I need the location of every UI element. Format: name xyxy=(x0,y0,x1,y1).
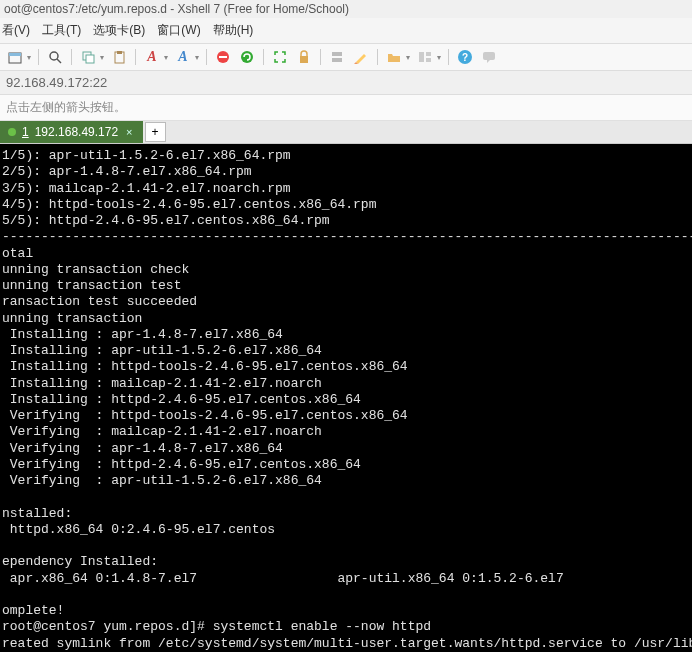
menu-window[interactable]: 窗口(W) xyxy=(157,22,200,39)
term-line: Verifying : mailcap-2.1.41-2.el7.noarch xyxy=(2,424,322,439)
term-line: otal xyxy=(2,246,33,261)
tab-add-button[interactable]: + xyxy=(145,122,166,142)
svg-line-3 xyxy=(57,59,61,63)
paste-icon[interactable] xyxy=(110,48,128,66)
svg-rect-19 xyxy=(483,52,495,60)
term-line: httpd.x86_64 0:2.4.6-95.el7.centos xyxy=(2,522,275,537)
menu-tabs[interactable]: 选项卡(B) xyxy=(93,22,145,39)
term-line: 1/5): apr-util-1.5.2-6.el7.x86_64.rpm xyxy=(2,148,291,163)
term-line: Verifying : httpd-2.4.6-95.el7.centos.x8… xyxy=(2,457,361,472)
svg-point-2 xyxy=(50,52,58,60)
svg-rect-14 xyxy=(419,52,424,62)
separator xyxy=(377,49,378,65)
separator xyxy=(206,49,207,65)
menu-bar: 看(V) 工具(T) 选项卡(B) 窗口(W) 帮助(H) xyxy=(0,18,692,44)
chat-icon[interactable] xyxy=(480,48,498,66)
color-icon[interactable]: A xyxy=(174,48,192,66)
term-line: 5/5): httpd-2.4.6-95.el7.centos.x86_64.r… xyxy=(2,213,330,228)
copy-icon[interactable] xyxy=(79,48,97,66)
address-bar[interactable]: 92.168.49.172:22 xyxy=(0,71,692,95)
tab-number: 1 xyxy=(22,125,29,139)
term-line: 4/5): httpd-tools-2.4.6-95.el7.centos.x8… xyxy=(2,197,376,212)
term-line: unning transaction xyxy=(2,311,142,326)
reconnect-icon[interactable] xyxy=(238,48,256,66)
term-line: Installing : apr-1.4.8-7.el7.x86_64 xyxy=(2,327,283,342)
term-line: root@centos7 yum.repos.d]# systemctl ena… xyxy=(2,619,431,634)
term-line: Installing : httpd-tools-2.4.6-95.el7.ce… xyxy=(2,359,408,374)
tab-bar: 1 192.168.49.172 × + xyxy=(0,121,692,144)
term-line: reated symlink from /etc/systemd/system/… xyxy=(2,636,692,651)
svg-text:?: ? xyxy=(462,52,468,63)
term-line: omplete! xyxy=(2,603,64,618)
layout-icon[interactable] xyxy=(416,48,434,66)
search-icon[interactable] xyxy=(46,48,64,66)
svg-rect-12 xyxy=(332,52,342,56)
separator xyxy=(71,49,72,65)
term-line: Installing : httpd-2.4.6-95.el7.centos.x… xyxy=(2,392,361,407)
stop-icon[interactable] xyxy=(214,48,232,66)
toolbar: ▾ ▾ A▾ A▾ ▾ ▾ ? xyxy=(0,44,692,71)
svg-point-10 xyxy=(241,51,253,63)
hint-text: 点击左侧的箭头按钮。 xyxy=(0,95,692,121)
svg-rect-1 xyxy=(9,53,21,56)
term-line: ransaction test succeeded xyxy=(2,294,197,309)
term-line: Verifying : apr-1.4.8-7.el7.x86_64 xyxy=(2,441,283,456)
new-session-icon[interactable] xyxy=(6,48,24,66)
tab-label: 192.168.49.172 xyxy=(35,125,118,139)
fullscreen-icon[interactable] xyxy=(271,48,289,66)
folder-icon[interactable] xyxy=(385,48,403,66)
dropdown-icon[interactable]: ▾ xyxy=(164,53,168,62)
term-line: ependency Installed: xyxy=(2,554,158,569)
separator xyxy=(263,49,264,65)
svg-rect-7 xyxy=(117,51,122,54)
highlight-icon[interactable] xyxy=(352,48,370,66)
dropdown-icon[interactable]: ▾ xyxy=(27,53,31,62)
separator xyxy=(135,49,136,65)
window-title: oot@centos7:/etc/yum.repos.d - Xshell 7 … xyxy=(0,0,692,18)
status-dot-icon xyxy=(8,128,16,136)
help-icon[interactable]: ? xyxy=(456,48,474,66)
term-line: 3/5): mailcap-2.1.41-2.el7.noarch.rpm xyxy=(2,181,291,196)
term-line: nstalled: xyxy=(2,506,72,521)
svg-rect-9 xyxy=(219,56,227,58)
session-tab[interactable]: 1 192.168.49.172 × xyxy=(0,121,143,143)
svg-rect-11 xyxy=(300,56,308,63)
term-line: unning transaction check xyxy=(2,262,189,277)
term-line: Installing : apr-util-1.5.2-6.el7.x86_64 xyxy=(2,343,322,358)
term-line: ----------------------------------------… xyxy=(2,229,692,244)
term-line: Verifying : apr-util-1.5.2-6.el7.x86_64 xyxy=(2,473,322,488)
svg-rect-16 xyxy=(426,58,431,62)
term-line: 2/5): apr-1.4.8-7.el7.x86_64.rpm xyxy=(2,164,252,179)
lock-icon[interactable] xyxy=(295,48,313,66)
menu-view[interactable]: 看(V) xyxy=(2,22,30,39)
dropdown-icon[interactable]: ▾ xyxy=(437,53,441,62)
menu-tools[interactable]: 工具(T) xyxy=(42,22,81,39)
font-icon[interactable]: A xyxy=(143,48,161,66)
server-icon[interactable] xyxy=(328,48,346,66)
tab-close-button[interactable]: × xyxy=(124,126,134,138)
menu-help[interactable]: 帮助(H) xyxy=(213,22,254,39)
dropdown-icon[interactable]: ▾ xyxy=(195,53,199,62)
svg-rect-13 xyxy=(332,58,342,62)
svg-rect-15 xyxy=(426,52,431,56)
separator xyxy=(448,49,449,65)
term-line: unning transaction test xyxy=(2,278,181,293)
dropdown-icon[interactable]: ▾ xyxy=(100,53,104,62)
term-line: apr.x86_64 0:1.4.8-7.el7 apr-util.x86_64… xyxy=(2,571,692,586)
separator xyxy=(320,49,321,65)
svg-rect-5 xyxy=(86,55,94,63)
separator xyxy=(38,49,39,65)
term-line: Installing : mailcap-2.1.41-2.el7.noarch xyxy=(2,376,322,391)
term-line: Verifying : httpd-tools-2.4.6-95.el7.cen… xyxy=(2,408,408,423)
dropdown-icon[interactable]: ▾ xyxy=(406,53,410,62)
terminal-output[interactable]: 1/5): apr-util-1.5.2-6.el7.x86_64.rpm 2/… xyxy=(0,144,692,652)
